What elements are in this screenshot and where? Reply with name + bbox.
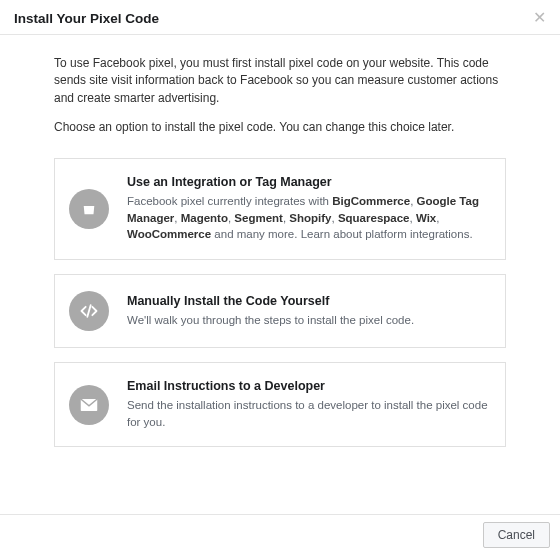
dialog-footer: Cancel [0,514,560,555]
dialog-content: To use Facebook pixel, you must first in… [0,35,560,447]
option-desc: We'll walk you through the steps to inst… [127,312,491,329]
option-integration[interactable]: Use an Integration or Tag Manager Facebo… [54,158,506,260]
envelope-icon [69,385,109,425]
option-title: Email Instructions to a Developer [127,379,491,393]
option-body: Email Instructions to a Developer Send t… [127,379,491,430]
brand: Shopify [289,212,331,224]
option-manual[interactable]: Manually Install the Code Yourself We'll… [54,274,506,348]
intro-text: To use Facebook pixel, you must first in… [54,55,506,107]
brand: WooCommerce [127,228,211,240]
option-body: Manually Install the Code Yourself We'll… [127,294,491,329]
brand: Squarespace [338,212,410,224]
close-icon[interactable]: ✕ [533,10,546,26]
dialog-title: Install Your Pixel Code [14,11,159,26]
brand: Wix [416,212,436,224]
brand: Magento [181,212,228,224]
code-icon [69,291,109,331]
svg-line-0 [87,305,90,317]
dialog-header: Install Your Pixel Code ✕ [0,0,560,35]
cancel-button[interactable]: Cancel [483,522,550,548]
brand: Segment [234,212,283,224]
subintro-text: Choose an option to install the pixel co… [54,119,506,136]
option-body: Use an Integration or Tag Manager Facebo… [127,175,491,243]
desc-pre: Facebook pixel currently integrates with [127,195,332,207]
brand: BigCommerce [332,195,410,207]
option-desc: Facebook pixel currently integrates with… [127,193,491,243]
option-desc: Send the installation instructions to a … [127,397,491,430]
desc-post: and many more. Learn about platform inte… [211,228,472,240]
option-title: Use an Integration or Tag Manager [127,175,491,189]
bag-icon [69,189,109,229]
option-title: Manually Install the Code Yourself [127,294,491,308]
option-email[interactable]: Email Instructions to a Developer Send t… [54,362,506,447]
